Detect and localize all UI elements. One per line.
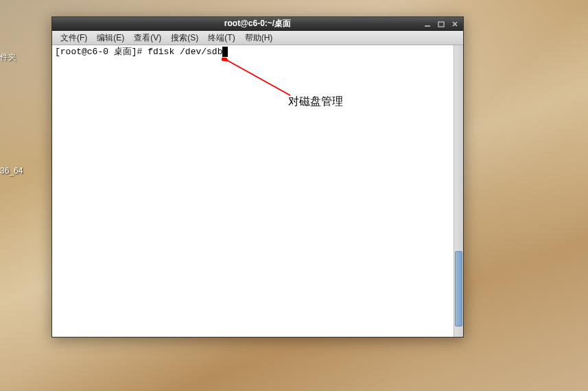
desktop-icon-label-folder: 件夹 bbox=[0, 51, 16, 63]
desktop-icon-label-item: 36_64 bbox=[0, 166, 23, 176]
menu-help[interactable]: 帮助(H) bbox=[241, 31, 277, 45]
terminal-cursor bbox=[222, 47, 228, 57]
svg-rect-1 bbox=[438, 22, 444, 27]
window-title: root@c6-0:~/桌面 bbox=[224, 18, 291, 29]
menu-search[interactable]: 搜索(S) bbox=[167, 31, 202, 45]
terminal-command: fdisk /dev/sdb bbox=[148, 47, 222, 57]
close-button[interactable] bbox=[449, 19, 460, 29]
terminal-content[interactable]: [root@c6-0 桌面]# fdisk /dev/sdb bbox=[52, 45, 454, 337]
terminal-area[interactable]: [root@c6-0 桌面]# fdisk /dev/sdb bbox=[52, 45, 463, 337]
minimize-button[interactable] bbox=[422, 19, 433, 29]
maximize-button[interactable] bbox=[436, 19, 447, 29]
menu-edit[interactable]: 编辑(E) bbox=[93, 31, 128, 45]
scrollbar-vertical[interactable] bbox=[454, 45, 463, 337]
menu-terminal[interactable]: 终端(T) bbox=[204, 31, 239, 45]
menu-file[interactable]: 文件(F) bbox=[56, 31, 91, 45]
window-controls bbox=[422, 19, 460, 29]
terminal-window: root@c6-0:~/桌面 文件(F) 编辑(E) 查看(V) 搜索(S) 终… bbox=[51, 16, 464, 337]
terminal-prompt: [root@c6-0 桌面]# bbox=[55, 47, 148, 57]
scrollbar-thumb[interactable] bbox=[455, 251, 462, 327]
window-titlebar[interactable]: root@c6-0:~/桌面 bbox=[52, 17, 463, 31]
menu-view[interactable]: 查看(V) bbox=[130, 31, 165, 45]
menu-bar: 文件(F) 编辑(E) 查看(V) 搜索(S) 终端(T) 帮助(H) bbox=[52, 31, 463, 45]
annotation-text: 对磁盘管理 bbox=[288, 95, 343, 109]
